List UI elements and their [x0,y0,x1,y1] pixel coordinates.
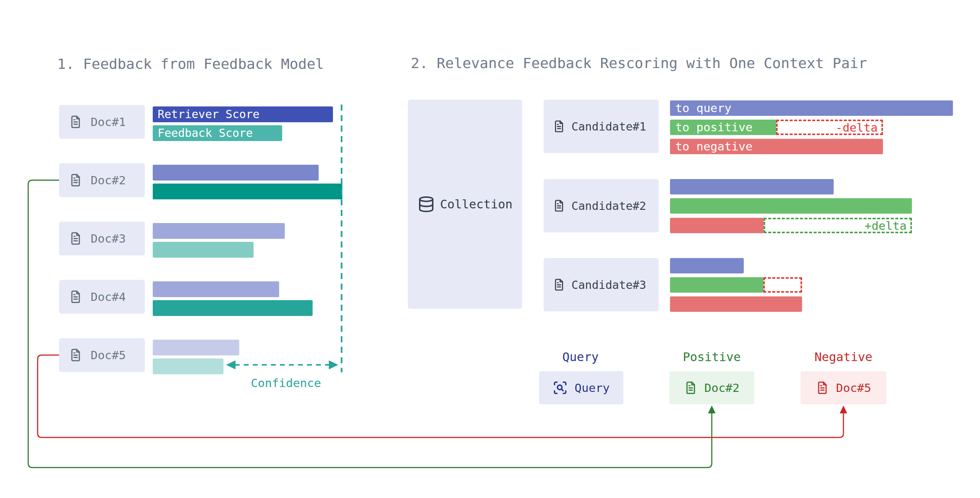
positive-heading: Positive [683,350,741,364]
negative-box: Doc#5 [800,371,886,404]
doc-label: Doc#4 [91,290,126,304]
doc-label: Doc#2 [91,173,126,187]
plus-delta-box-c2: +delta [764,218,912,233]
to-query-label: to query [675,101,731,115]
retriever-score-label: Retriever Score [158,108,259,121]
negative-connector-arrowhead [840,406,847,414]
to-negative-label: to negative [675,140,752,153]
candidate-card-1: Candidate#1 [544,100,659,153]
candidate-card-3: Candidate#3 [544,258,659,312]
retriever-score-bar-doc3 [153,223,285,239]
retriever-score-bar-doc5 [153,340,239,355]
file-text-icon [69,172,83,188]
feedback-score-bar-doc1: Feedback Score [153,125,282,141]
doc-card-5: Doc#5 [59,338,145,372]
file-text-icon [69,114,83,130]
positive-box: Doc#2 [669,371,754,404]
feedback-score-bar-doc4 [153,300,313,316]
doc-label: Doc#1 [91,115,126,129]
plus-delta-label: +delta [864,219,907,232]
retriever-score-bar-doc4 [153,282,279,297]
doc-card-3: Doc#3 [59,221,145,255]
file-text-icon [684,380,697,395]
to-query-bar-c3 [670,258,744,274]
doc-card-1: Doc#1 [59,105,145,139]
positive-connector-arrowhead [708,406,716,414]
figure-canvas: 1. Feedback from Feedback Model 2. Relev… [0,0,980,498]
confidence-label: Confidence [251,376,321,390]
to-positive-label: to positive [675,120,752,134]
file-text-icon [553,277,565,292]
feedback-score-label: Feedback Score [158,126,253,140]
scan-search-icon [553,380,568,396]
to-query-bar-c2 [670,179,834,194]
candidate-card-2: Candidate#2 [544,179,659,232]
minus-delta-box-c1: -delta [776,119,883,135]
file-text-icon [816,380,829,395]
feedback-score-bar-doc3 [153,242,253,258]
to-negative-bar-c3 [670,296,802,312]
doc-card-4: Doc#4 [59,280,145,314]
file-text-icon [69,347,83,363]
to-positive-bar-c1: to positive [670,119,776,135]
confidence-arrowhead-left [226,360,235,369]
feedback-score-bar-doc5 [153,358,223,374]
to-query-bar-c1: to query [670,100,953,116]
query-box: Query [539,371,624,404]
negative-box-label: Doc#5 [836,381,871,395]
minus-delta-box-c3 [763,277,802,293]
file-text-icon [553,119,565,134]
panel2-title: 2. Relevance Feedback Rescoring with One… [411,55,867,72]
query-box-label: Query [574,381,609,395]
candidate-label: Candidate#3 [571,278,646,291]
retriever-score-bar-doc1: Retriever Score [153,107,333,122]
file-text-icon [69,231,83,247]
collection-card: Collection [408,100,522,309]
to-negative-bar-c2 [670,218,764,233]
to-positive-bar-c3 [670,277,763,293]
doc-label: Doc#5 [91,348,126,362]
to-negative-bar-c1: to negative [670,139,883,154]
file-text-icon [69,289,83,305]
negative-heading: Negative [815,350,872,364]
panel1-title: 1. Feedback from Feedback Model [57,56,324,72]
query-heading: Query [562,350,598,364]
feedback-score-bar-doc2 [153,183,342,199]
to-positive-bar-c2 [670,198,912,214]
doc-card-2: Doc#2 [59,163,145,197]
collection-label: Collection [440,197,513,212]
confidence-arrowhead-right [329,360,338,369]
file-text-icon [553,198,565,213]
doc-label: Doc#3 [91,232,126,245]
minus-delta-label: -delta [835,121,878,134]
candidate-label: Candidate#1 [571,120,646,133]
candidate-label: Candidate#2 [571,199,646,213]
database-icon [418,195,435,213]
retriever-score-bar-doc2 [153,165,319,181]
positive-box-label: Doc#2 [704,381,739,395]
